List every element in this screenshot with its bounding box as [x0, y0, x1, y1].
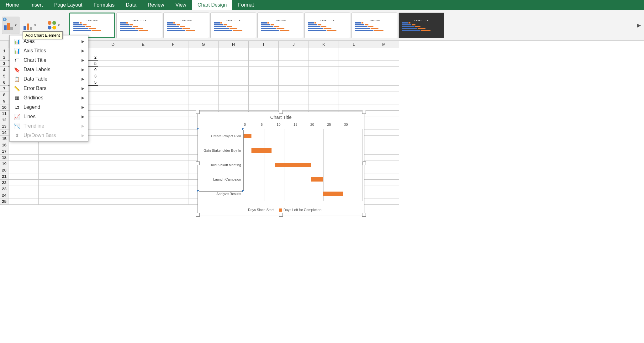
- cell-C25[interactable]: [39, 198, 98, 205]
- cell-M11[interactable]: [369, 111, 399, 117]
- row-header-25[interactable]: 25: [0, 198, 8, 205]
- cell-C20[interactable]: [39, 167, 98, 173]
- chart-bar-segment[interactable]: [323, 192, 343, 196]
- cell-D21[interactable]: [98, 173, 128, 180]
- cell-M23[interactable]: [369, 186, 399, 192]
- cell-F7[interactable]: [158, 86, 188, 92]
- cell-J5[interactable]: [279, 73, 309, 79]
- cell-E17[interactable]: [128, 148, 158, 155]
- cell-J10[interactable]: [279, 104, 309, 111]
- row-header-15[interactable]: 15: [0, 136, 8, 142]
- cell-E6[interactable]: [128, 79, 158, 86]
- cell-E16[interactable]: [128, 142, 158, 148]
- chart-bar-row[interactable]: Launch Campaign: [198, 177, 363, 182]
- chart-style-thumb-3[interactable]: Chart Title: [163, 13, 209, 38]
- cell-E5[interactable]: [128, 73, 158, 79]
- select-all-corner[interactable]: [0, 41, 8, 48]
- cell-D24[interactable]: [98, 192, 128, 198]
- cell-J9[interactable]: [279, 98, 309, 104]
- cell-D7[interactable]: [98, 86, 128, 92]
- cell-C21[interactable]: [39, 173, 98, 180]
- cell-G3[interactable]: [188, 61, 219, 67]
- cell-M2[interactable]: [369, 54, 399, 61]
- menu-item-data-labels[interactable]: 🔖Data Labels▶: [10, 65, 88, 74]
- row-header-13[interactable]: 13: [0, 123, 8, 129]
- cell-M15[interactable]: [369, 136, 399, 142]
- col-header-J[interactable]: J: [279, 41, 309, 48]
- col-header-H[interactable]: H: [219, 41, 249, 48]
- cell-E3[interactable]: [128, 61, 158, 67]
- ribbon-tab-insert[interactable]: Insert: [25, 0, 49, 10]
- chart-style-thumb-5[interactable]: Chart Title: [257, 13, 303, 38]
- cell-B21[interactable]: [8, 173, 39, 180]
- cell-F8[interactable]: [158, 92, 188, 98]
- cell-F12[interactable]: [158, 117, 188, 123]
- cell-I1[interactable]: [249, 48, 279, 54]
- cell-F5[interactable]: [158, 73, 188, 79]
- cell-E9[interactable]: [128, 98, 158, 104]
- cell-D25[interactable]: [98, 198, 128, 205]
- resize-handle-n[interactable]: [279, 110, 283, 114]
- row-header-2[interactable]: 2: [0, 54, 8, 61]
- cell-F10[interactable]: [158, 104, 188, 111]
- menu-item-data-table[interactable]: 📋Data Table▶: [10, 74, 88, 84]
- cell-L1[interactable]: [339, 48, 369, 54]
- cell-E21[interactable]: [128, 173, 158, 180]
- cell-M12[interactable]: [369, 117, 399, 123]
- cell-D2[interactable]: [98, 54, 128, 61]
- resize-handle-sw[interactable]: [196, 213, 200, 217]
- cell-G4[interactable]: [188, 67, 219, 73]
- cell-I10[interactable]: [249, 104, 279, 111]
- resize-handle-nw[interactable]: [196, 110, 200, 114]
- row-header-7[interactable]: 7: [0, 86, 8, 92]
- cell-G9[interactable]: [188, 98, 219, 104]
- cell-D23[interactable]: [98, 186, 128, 192]
- row-header-1[interactable]: 1: [0, 48, 8, 54]
- add-chart-element-button[interactable]: + ▼: [2, 17, 19, 34]
- cell-F14[interactable]: [158, 129, 188, 136]
- col-header-D[interactable]: D: [98, 41, 128, 48]
- ribbon-tab-formulas[interactable]: Formulas: [88, 0, 120, 10]
- col-header-F[interactable]: F: [158, 41, 188, 48]
- cell-D4[interactable]: [98, 67, 128, 73]
- cell-E15[interactable]: [128, 136, 158, 142]
- cell-E20[interactable]: [128, 167, 158, 173]
- row-header-21[interactable]: 21: [0, 173, 8, 180]
- row-header-16[interactable]: 16: [0, 142, 8, 148]
- row-header-22[interactable]: 22: [0, 180, 8, 186]
- cell-E1[interactable]: [128, 48, 158, 54]
- chart-style-thumb-8[interactable]: CHART TITLE: [399, 13, 444, 38]
- cell-E7[interactable]: [128, 86, 158, 92]
- cell-C16[interactable]: [39, 142, 98, 148]
- cell-J7[interactable]: [279, 86, 309, 92]
- cell-M7[interactable]: [369, 86, 399, 92]
- ribbon-tab-view[interactable]: View: [170, 0, 192, 10]
- cell-H3[interactable]: [219, 61, 249, 67]
- chart-bar-segment[interactable]: [311, 177, 323, 182]
- cell-B22[interactable]: [8, 180, 39, 186]
- resize-handle-s[interactable]: [279, 213, 283, 217]
- cell-F25[interactable]: [158, 198, 188, 205]
- cell-C19[interactable]: [39, 161, 98, 167]
- row-header-10[interactable]: 10: [0, 104, 8, 111]
- cell-H10[interactable]: [219, 104, 249, 111]
- cell-L2[interactable]: [339, 54, 369, 61]
- cell-F9[interactable]: [158, 98, 188, 104]
- cell-F19[interactable]: [158, 161, 188, 167]
- cell-M21[interactable]: [369, 173, 399, 180]
- chart-style-thumb-4[interactable]: CHART TITLE: [210, 13, 256, 38]
- chart-bar-row[interactable]: Gain Stakeholder Buy-In: [198, 148, 363, 153]
- cell-K7[interactable]: [309, 86, 339, 92]
- chart-style-thumb-1[interactable]: Chart Title: [69, 13, 115, 38]
- ribbon-tab-review[interactable]: Review: [142, 0, 170, 10]
- cell-C22[interactable]: [39, 180, 98, 186]
- chart-bar-row[interactable]: Analyze Results: [198, 191, 363, 197]
- cell-K3[interactable]: [309, 61, 339, 67]
- row-header-12[interactable]: 12: [0, 117, 8, 123]
- row-header-20[interactable]: 20: [0, 167, 8, 173]
- cell-E10[interactable]: [128, 104, 158, 111]
- cell-E12[interactable]: [128, 117, 158, 123]
- cell-D5[interactable]: [98, 73, 128, 79]
- cell-H8[interactable]: [219, 92, 249, 98]
- resize-handle-se[interactable]: [362, 213, 366, 217]
